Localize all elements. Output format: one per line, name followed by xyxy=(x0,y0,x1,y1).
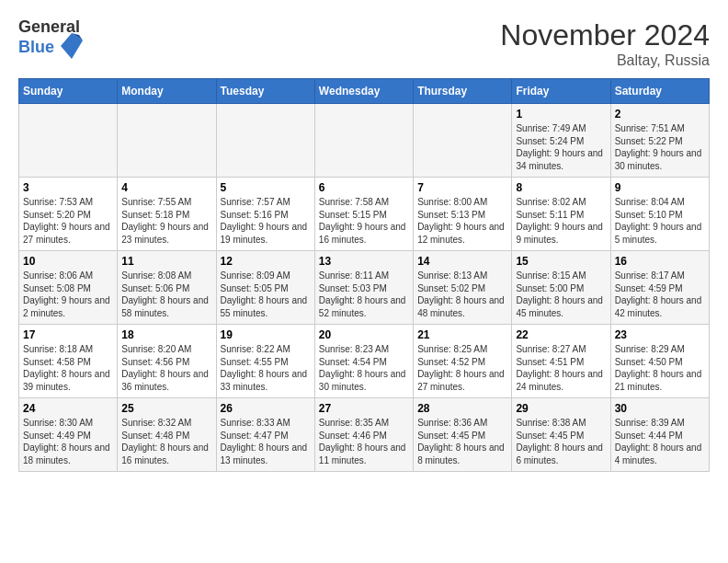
month-title: November 2024 xyxy=(500,18,710,52)
calendar-cell: 23Sunrise: 8:29 AM Sunset: 4:50 PM Dayli… xyxy=(610,325,709,398)
calendar-week-4: 17Sunrise: 8:18 AM Sunset: 4:58 PM Dayli… xyxy=(19,325,710,398)
day-number: 25 xyxy=(121,402,211,415)
day-info: Sunrise: 8:00 AM Sunset: 5:13 PM Dayligh… xyxy=(417,196,507,246)
day-info: Sunrise: 8:27 AM Sunset: 4:51 PM Dayligh… xyxy=(516,343,606,393)
day-number: 26 xyxy=(221,402,311,415)
calendar-cell xyxy=(414,104,512,178)
day-number: 13 xyxy=(319,255,409,268)
day-info: Sunrise: 7:51 AM Sunset: 5:22 PM Dayligh… xyxy=(615,122,705,172)
calendar-cell: 20Sunrise: 8:23 AM Sunset: 4:54 PM Dayli… xyxy=(314,325,413,398)
day-info: Sunrise: 8:35 AM Sunset: 4:46 PM Dayligh… xyxy=(319,417,409,466)
day-info: Sunrise: 7:53 AM Sunset: 5:20 PM Dayligh… xyxy=(23,196,113,246)
day-info: Sunrise: 8:33 AM Sunset: 4:47 PM Dayligh… xyxy=(221,417,311,466)
day-number: 23 xyxy=(615,328,705,341)
calendar-cell xyxy=(216,104,314,178)
calendar-cell: 24Sunrise: 8:30 AM Sunset: 4:49 PM Dayli… xyxy=(19,398,118,472)
calendar-cell: 22Sunrise: 8:27 AM Sunset: 4:51 PM Dayli… xyxy=(512,325,610,398)
day-number: 4 xyxy=(121,181,211,194)
calendar-cell: 13Sunrise: 8:11 AM Sunset: 5:03 PM Dayli… xyxy=(314,251,413,325)
calendar-cell: 6Sunrise: 7:58 AM Sunset: 5:15 PM Daylig… xyxy=(314,178,413,251)
day-number: 11 xyxy=(121,255,211,268)
day-info: Sunrise: 8:18 AM Sunset: 4:58 PM Dayligh… xyxy=(23,343,113,393)
day-info: Sunrise: 8:30 AM Sunset: 4:49 PM Dayligh… xyxy=(23,417,113,466)
day-info: Sunrise: 8:38 AM Sunset: 4:45 PM Dayligh… xyxy=(516,417,606,466)
day-number: 19 xyxy=(221,328,311,341)
calendar-cell xyxy=(118,104,216,178)
day-info: Sunrise: 8:13 AM Sunset: 5:02 PM Dayligh… xyxy=(417,270,507,319)
logo-text: General Blue xyxy=(18,18,83,59)
day-info: Sunrise: 8:23 AM Sunset: 4:54 PM Dayligh… xyxy=(319,343,409,393)
day-number: 29 xyxy=(516,402,606,415)
calendar-cell xyxy=(19,104,118,178)
weekday-header-wednesday: Wednesday xyxy=(314,79,413,104)
day-info: Sunrise: 8:36 AM Sunset: 4:45 PM Dayligh… xyxy=(417,417,507,466)
day-number: 30 xyxy=(615,402,705,415)
day-info: Sunrise: 8:32 AM Sunset: 4:48 PM Dayligh… xyxy=(121,417,211,466)
calendar-cell: 18Sunrise: 8:20 AM Sunset: 4:56 PM Dayli… xyxy=(118,325,216,398)
title-block: November 2024 Baltay, Russia xyxy=(500,18,710,69)
calendar-cell: 14Sunrise: 8:13 AM Sunset: 5:02 PM Dayli… xyxy=(414,251,512,325)
calendar-table: SundayMondayTuesdayWednesdayThursdayFrid… xyxy=(18,78,710,472)
logo-blue: Blue xyxy=(18,37,83,59)
calendar-cell: 9Sunrise: 8:04 AM Sunset: 5:10 PM Daylig… xyxy=(610,178,709,251)
location: Baltay, Russia xyxy=(500,52,710,69)
calendar-cell: 29Sunrise: 8:38 AM Sunset: 4:45 PM Dayli… xyxy=(512,398,610,472)
day-info: Sunrise: 8:17 AM Sunset: 4:59 PM Dayligh… xyxy=(615,270,705,319)
day-number: 10 xyxy=(23,255,113,268)
day-number: 2 xyxy=(615,108,705,121)
weekday-header-thursday: Thursday xyxy=(414,79,512,104)
day-number: 12 xyxy=(221,255,311,268)
day-number: 14 xyxy=(417,255,507,268)
calendar-cell: 5Sunrise: 7:57 AM Sunset: 5:16 PM Daylig… xyxy=(216,178,314,251)
logo: General Blue xyxy=(18,18,83,59)
calendar-cell: 16Sunrise: 8:17 AM Sunset: 4:59 PM Dayli… xyxy=(610,251,709,325)
calendar-cell: 11Sunrise: 8:08 AM Sunset: 5:06 PM Dayli… xyxy=(118,251,216,325)
calendar-cell: 27Sunrise: 8:35 AM Sunset: 4:46 PM Dayli… xyxy=(314,398,413,472)
day-number: 20 xyxy=(319,328,409,341)
weekday-header-row: SundayMondayTuesdayWednesdayThursdayFrid… xyxy=(19,79,710,104)
calendar-cell: 19Sunrise: 8:22 AM Sunset: 4:55 PM Dayli… xyxy=(216,325,314,398)
calendar-week-2: 3Sunrise: 7:53 AM Sunset: 5:20 PM Daylig… xyxy=(19,178,710,251)
calendar-cell: 3Sunrise: 7:53 AM Sunset: 5:20 PM Daylig… xyxy=(19,178,118,251)
day-number: 15 xyxy=(516,255,606,268)
day-number: 3 xyxy=(23,181,113,194)
day-number: 22 xyxy=(516,328,606,341)
calendar-cell: 17Sunrise: 8:18 AM Sunset: 4:58 PM Dayli… xyxy=(19,325,118,398)
calendar-cell: 12Sunrise: 8:09 AM Sunset: 5:05 PM Dayli… xyxy=(216,251,314,325)
weekday-header-sunday: Sunday xyxy=(19,79,118,104)
calendar-cell: 30Sunrise: 8:39 AM Sunset: 4:44 PM Dayli… xyxy=(610,398,709,472)
day-info: Sunrise: 8:04 AM Sunset: 5:10 PM Dayligh… xyxy=(615,196,705,246)
calendar-cell: 21Sunrise: 8:25 AM Sunset: 4:52 PM Dayli… xyxy=(414,325,512,398)
day-number: 18 xyxy=(121,328,211,341)
calendar-cell: 25Sunrise: 8:32 AM Sunset: 4:48 PM Dayli… xyxy=(118,398,216,472)
day-number: 6 xyxy=(319,181,409,194)
weekday-header-tuesday: Tuesday xyxy=(216,79,314,104)
calendar-header: SundayMondayTuesdayWednesdayThursdayFrid… xyxy=(19,79,710,104)
day-info: Sunrise: 7:55 AM Sunset: 5:18 PM Dayligh… xyxy=(121,196,211,246)
calendar-cell: 15Sunrise: 8:15 AM Sunset: 5:00 PM Dayli… xyxy=(512,251,610,325)
calendar-cell: 1Sunrise: 7:49 AM Sunset: 5:24 PM Daylig… xyxy=(512,104,610,178)
day-number: 21 xyxy=(417,328,507,341)
calendar-cell: 8Sunrise: 8:02 AM Sunset: 5:11 PM Daylig… xyxy=(512,178,610,251)
weekday-header-monday: Monday xyxy=(118,79,216,104)
calendar-cell: 7Sunrise: 8:00 AM Sunset: 5:13 PM Daylig… xyxy=(414,178,512,251)
day-info: Sunrise: 7:49 AM Sunset: 5:24 PM Dayligh… xyxy=(516,122,606,172)
calendar-cell: 26Sunrise: 8:33 AM Sunset: 4:47 PM Dayli… xyxy=(216,398,314,472)
day-number: 24 xyxy=(23,402,113,415)
day-info: Sunrise: 8:11 AM Sunset: 5:03 PM Dayligh… xyxy=(319,270,409,319)
weekday-header-saturday: Saturday xyxy=(610,79,709,104)
day-number: 7 xyxy=(417,181,507,194)
day-info: Sunrise: 8:08 AM Sunset: 5:06 PM Dayligh… xyxy=(121,270,211,319)
day-info: Sunrise: 8:06 AM Sunset: 5:08 PM Dayligh… xyxy=(23,270,113,319)
day-number: 27 xyxy=(319,402,409,415)
day-number: 16 xyxy=(615,255,705,268)
calendar-body: 1Sunrise: 7:49 AM Sunset: 5:24 PM Daylig… xyxy=(19,104,710,472)
day-number: 1 xyxy=(516,108,606,121)
calendar-week-5: 24Sunrise: 8:30 AM Sunset: 4:49 PM Dayli… xyxy=(19,398,710,472)
calendar-cell: 4Sunrise: 7:55 AM Sunset: 5:18 PM Daylig… xyxy=(118,178,216,251)
day-number: 9 xyxy=(615,181,705,194)
day-info: Sunrise: 8:39 AM Sunset: 4:44 PM Dayligh… xyxy=(615,417,705,466)
day-info: Sunrise: 7:57 AM Sunset: 5:16 PM Dayligh… xyxy=(221,196,311,246)
day-number: 5 xyxy=(221,181,311,194)
calendar-week-3: 10Sunrise: 8:06 AM Sunset: 5:08 PM Dayli… xyxy=(19,251,710,325)
